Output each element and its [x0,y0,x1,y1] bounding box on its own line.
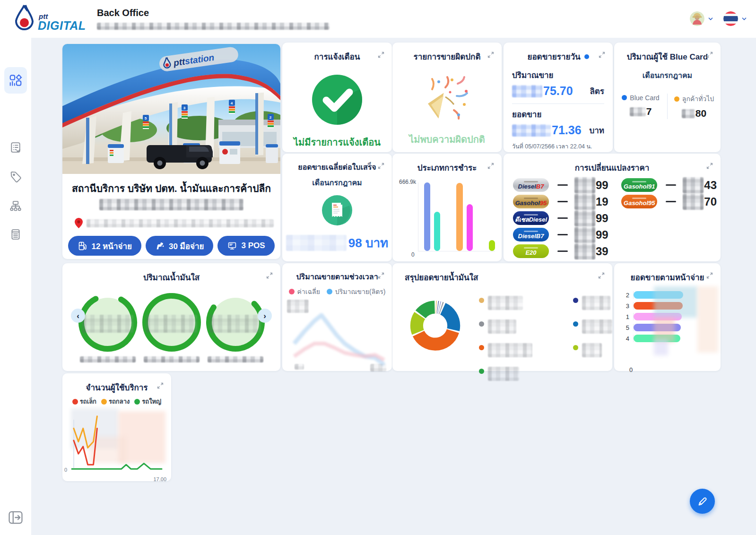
dispenser-count-button[interactable]: 12 หน้าจ่าย [68,236,141,256]
tank-gauge [205,292,266,364]
blue-card-card: ปริมาณผู้ใช้ Blue Card เดือนกรกฎาคม Blue… [614,43,721,152]
sidebar-item-dashboard[interactable] [4,67,27,94]
dash [666,184,676,186]
chart-legend: รถเล็กรถกลางรถใหญ่ [62,397,171,406]
sidebar-item-reports[interactable] [4,223,27,246]
price-row: DieselB799 [513,226,621,243]
price-value: 43 [683,177,717,193]
collapse-sidebar-button[interactable] [6,509,25,526]
fuel-badge: Gasohol95 [513,195,549,208]
price-change-card: การเปลี่ยนแปลงราคา DieselB799Gasohol9519… [504,154,721,261]
sidebar-item-orders[interactable] [4,136,27,159]
y-axis-max: 666.9k [399,179,416,185]
expand-icon[interactable] [265,272,274,280]
chevron-down-icon[interactable] [707,16,714,22]
legend-item: รถใหญ่ [134,397,161,406]
legend-item [573,319,612,334]
legend-item [479,319,532,334]
expand-icon[interactable] [705,162,714,171]
legend-item [573,343,612,357]
chevron-down-icon[interactable] [741,16,747,22]
legend-item: รถเล็ก [72,397,96,406]
expand-icon[interactable] [377,51,385,60]
fuel-badge: ดีเซลDiesel [513,211,549,225]
expand-icon[interactable] [598,51,606,60]
receipt-icon [322,195,352,225]
receipt-avg-card: ยอดขายเฉลี่ยต่อใบเสร็จ เดือนกรกฎาคม 98 บ… [282,154,392,261]
volume-redacted [512,85,542,97]
y-axis-min: 0 [411,251,415,258]
check-circle-icon [311,73,364,126]
visitors-line-chart: 0 17.00 [70,410,166,475]
expand-icon[interactable] [156,382,165,390]
fuel-dispenser-icon [78,241,87,251]
expand-icon[interactable] [705,51,714,60]
fuel-badge: Gasohol95 [621,195,657,208]
app-header: ptt DIGITAL Back Office [0,0,756,38]
legend-item: รถกลาง [101,397,130,406]
visitors-lines [70,410,164,471]
dash [557,234,568,235]
price-value: 70 [683,194,717,210]
gauge-label-redacted [208,356,263,362]
expand-icon[interactable] [377,272,385,280]
user-avatar[interactable] [690,11,704,26]
tick-redacted [295,364,304,370]
card-title: การแจ้งเตือน [282,43,392,63]
tank-volume-card: ปริมาณน้ำมันใส ‹ › [62,263,280,371]
nozzle-count-button[interactable]: 30 มือจ่าย [146,236,214,256]
card-title: ปริมาณผู้ใช้ Blue Card [614,43,721,63]
svg-text:5: 5 [145,116,147,121]
tag-icon [9,170,22,183]
abnormal-sales-card: รายการขายผิดปกติ ไม่พบความผิดปกติ [392,43,502,152]
gauge-value-redacted [146,315,197,333]
svg-text:2: 2 [269,115,272,120]
payment-bar [467,204,473,251]
card-title: ยอดขายเฉลี่ยต่อใบเสร็จ [282,154,392,173]
expand-icon[interactable] [705,272,714,280]
card-title: รายการขายผิดปกติ [392,43,502,63]
expand-icon[interactable] [487,162,495,171]
brand-digital: DIGITAL [38,20,86,32]
sidebar-item-prices[interactable] [4,165,27,188]
checklist-icon [9,141,22,154]
month-subtitle: เดือนกรกฎาคม [614,69,721,81]
edit-fab[interactable] [690,489,715,514]
daily-sales-card: ยอดขายรายวัน ปริมาณขาย 75.70 ลิตร ยอดขาย… [504,43,613,152]
payment-bar [489,240,495,251]
dash [557,217,568,219]
expand-icon[interactable] [597,272,606,280]
card-title: ยอดขายตามหน้าจ่าย [614,263,721,284]
gauge-label-redacted [144,356,200,362]
document-icon [9,228,22,241]
card-title: ยอดขายรายวัน [527,50,580,63]
next-button[interactable]: › [258,309,272,323]
blur-patch [654,286,697,318]
station-subtitle-redacted [99,199,243,210]
page-title: Back Office [97,8,330,18]
payment-bar-chart: 666.9k 0 [399,181,497,257]
expand-icon[interactable] [487,51,495,60]
dash [666,201,676,202]
payment-bar [456,183,462,251]
prev-button[interactable]: ‹ [71,309,85,323]
legend-label-redacted [582,343,602,357]
price-value: 39 [574,243,608,259]
blue-card-stat: Blue Card 7 [614,94,668,119]
payment-bar [434,212,440,251]
expand-icon[interactable] [377,162,385,171]
blur-patch [697,286,718,353]
legend-label-redacted [582,319,612,334]
pos-count-button[interactable]: 3 POS [217,236,274,256]
collapse-sidebar-icon [8,510,24,525]
sidebar-item-structure[interactable] [4,195,27,217]
fuel-badge: Gasohol91 [621,178,657,192]
dash [557,201,568,202]
dash [557,250,568,252]
thai-flag-icon [723,11,738,26]
price-value: 99 [574,177,608,193]
dispenser-sales-card: ยอดขายตามหน้าจ่าย 23154 0 [614,263,721,371]
amount-unit: บาท [589,124,604,137]
language-flag[interactable] [723,11,738,26]
station-photo: 5 3 4 2 [62,44,280,174]
